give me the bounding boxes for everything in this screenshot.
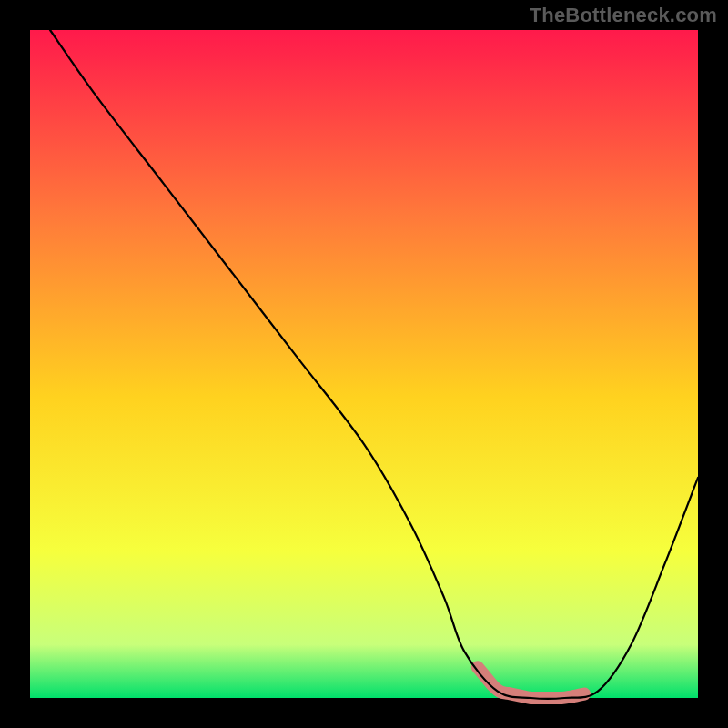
gradient-background xyxy=(30,30,698,698)
chart-frame: { "watermark": "TheBottleneck.com", "cha… xyxy=(0,0,728,728)
bottleneck-chart xyxy=(0,0,728,728)
watermark-text: TheBottleneck.com xyxy=(530,4,717,27)
